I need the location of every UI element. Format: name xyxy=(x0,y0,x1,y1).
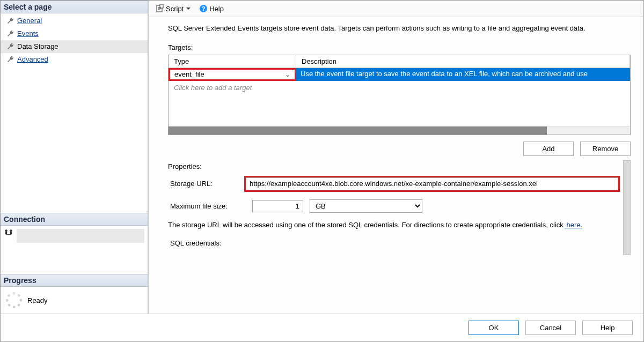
sidebar-item-data-storage[interactable]: Data Storage xyxy=(1,40,148,53)
select-page-header: Select a page xyxy=(1,1,148,13)
help-button[interactable]: Help xyxy=(582,321,633,335)
svg-point-2 xyxy=(10,229,12,232)
chevron-down-icon xyxy=(186,8,191,10)
table-row[interactable]: event_file ⌄ Use the event file target t… xyxy=(169,68,630,81)
help-icon: ? xyxy=(199,4,208,13)
wrench-icon xyxy=(6,42,14,51)
progress-header: Progress xyxy=(1,274,148,287)
script-button[interactable]: Script xyxy=(153,3,193,14)
credentials-hint: The storage URL will be accessed using o… xyxy=(168,220,620,231)
target-description-cell: Use the event file target to save the ev… xyxy=(296,68,630,81)
storage-url-highlight xyxy=(244,176,620,192)
sidebar: Select a page General Events xyxy=(1,1,148,314)
storage-url-label: Storage URL: xyxy=(168,180,238,188)
targets-label: Targets: xyxy=(168,43,631,51)
add-target-placeholder[interactable]: Click here to add a target xyxy=(169,81,630,94)
credentials-here-link[interactable]: here. xyxy=(565,221,582,229)
targets-grid: Type Description event_file ⌄ Use the ev… xyxy=(168,55,631,135)
svg-rect-4 xyxy=(6,234,11,235)
max-file-size-label: Maximum file size: xyxy=(168,202,246,210)
sidebar-item-label: Events xyxy=(17,28,39,39)
grid-horizontal-scrollbar[interactable] xyxy=(169,126,630,135)
col-description[interactable]: Description xyxy=(296,55,630,68)
page-description: SQL Server Extended Events targets store… xyxy=(168,24,631,34)
connection-header: Connection xyxy=(1,213,148,226)
script-icon xyxy=(156,4,164,13)
remove-button[interactable]: Remove xyxy=(580,142,631,156)
connection-field xyxy=(17,229,144,243)
max-file-size-unit-select[interactable]: GB xyxy=(310,199,422,213)
max-file-size-input[interactable] xyxy=(252,200,303,212)
svg-rect-1 xyxy=(5,232,7,235)
help-button[interactable]: ? Help xyxy=(196,3,226,14)
sql-credentials-label: SQL credentials: xyxy=(168,239,238,247)
add-button[interactable]: Add xyxy=(523,142,574,156)
help-label: Help xyxy=(209,5,224,13)
sidebar-item-label: General xyxy=(17,16,42,26)
grid-header: Type Description xyxy=(169,55,630,68)
page-list: General Events Data Storage xyxy=(1,13,148,67)
svg-point-0 xyxy=(5,229,8,232)
wrench-icon xyxy=(6,55,14,64)
storage-url-input[interactable] xyxy=(246,177,618,190)
toolbar: Script ? Help xyxy=(149,1,643,17)
wrench-icon xyxy=(6,17,14,25)
progress-spinner-icon xyxy=(6,292,22,308)
connection-icon xyxy=(4,229,13,240)
sidebar-item-advanced[interactable]: Advanced xyxy=(1,53,148,66)
target-type-value: event_file xyxy=(174,70,204,78)
content-panel: Script ? Help SQL Server Extended Events… xyxy=(148,1,643,314)
chevron-down-icon: ⌄ xyxy=(285,71,290,78)
dialog-footer: OK Cancel Help xyxy=(1,314,643,341)
sidebar-item-label: Advanced xyxy=(17,54,48,65)
cancel-button[interactable]: Cancel xyxy=(525,321,576,335)
progress-status: Ready xyxy=(27,296,48,304)
sidebar-item-general[interactable]: General xyxy=(1,14,148,27)
script-label: Script xyxy=(166,5,184,13)
svg-rect-3 xyxy=(10,232,12,235)
sidebar-item-label: Data Storage xyxy=(17,41,58,52)
col-type[interactable]: Type xyxy=(169,55,296,68)
sidebar-item-events[interactable]: Events xyxy=(1,27,148,40)
properties-label: Properties: xyxy=(168,162,620,170)
target-type-dropdown[interactable]: event_file ⌄ xyxy=(169,68,296,81)
properties-vertical-scrollbar[interactable] xyxy=(623,160,631,255)
ok-button[interactable]: OK xyxy=(469,321,519,335)
wrench-icon xyxy=(6,29,14,38)
svg-text:?: ? xyxy=(202,5,206,12)
